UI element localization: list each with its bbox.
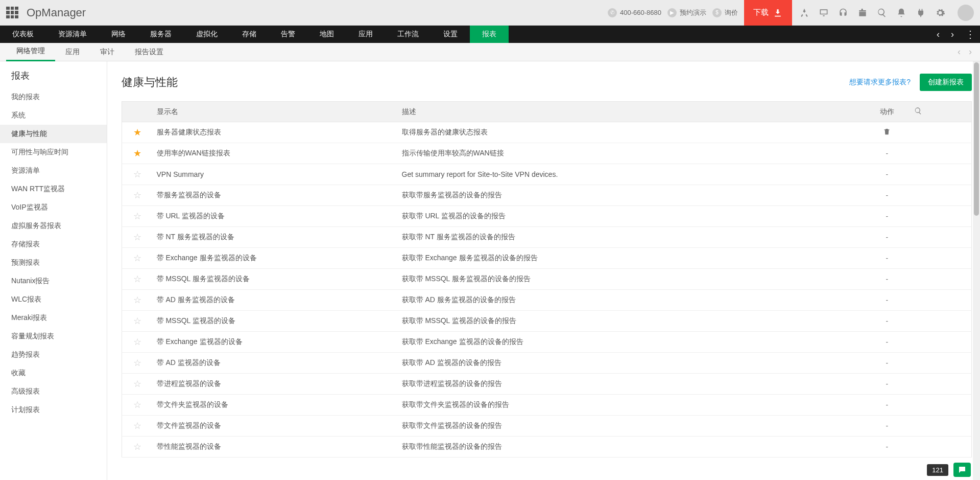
sidebar-item[interactable]: 收藏 xyxy=(0,364,107,382)
main-nav-item[interactable]: 资源清单 xyxy=(46,26,99,43)
sub-nav-item[interactable]: 审计 xyxy=(90,43,125,61)
favorite-star-icon[interactable]: ☆ xyxy=(133,169,141,179)
main-nav-item[interactable]: 地图 xyxy=(307,26,346,43)
sidebar-item[interactable]: Nutanix报告 xyxy=(0,272,107,290)
create-report-button[interactable]: 创建新报表 xyxy=(920,74,972,91)
search-icon[interactable] xyxy=(877,8,887,18)
main-nav-item[interactable]: 设置 xyxy=(431,26,470,43)
favorite-star-icon[interactable]: ☆ xyxy=(133,295,141,305)
report-name[interactable]: 带 NT 服务监视器的设备 xyxy=(153,227,398,248)
plug-icon[interactable] xyxy=(916,8,926,18)
rocket-icon[interactable] xyxy=(799,8,809,18)
report-name[interactable]: 带 URL 监视器的设备 xyxy=(153,206,398,227)
gift-icon[interactable] xyxy=(857,8,868,18)
chat-button[interactable] xyxy=(953,463,971,477)
sidebar-item[interactable]: 资源清单 xyxy=(0,162,107,180)
col-name[interactable]: 显示名 xyxy=(153,102,398,122)
report-name[interactable]: VPN Summary xyxy=(153,164,398,185)
report-name[interactable]: 带 MSSQL 服务监视器的设备 xyxy=(153,269,398,290)
main-nav: 仪表板资源清单网络服务器虚拟化存储告警地图应用工作流设置报表 ‹ › ⋮ xyxy=(0,26,980,43)
favorite-star-icon[interactable]: ★ xyxy=(133,127,141,138)
sidebar-item[interactable]: VoIP监视器 xyxy=(0,198,107,217)
table-row: ☆VPN SummaryGet summary report for Site-… xyxy=(122,164,972,185)
favorite-star-icon[interactable]: ☆ xyxy=(133,358,141,368)
main-nav-item[interactable]: 告警 xyxy=(269,26,307,43)
favorite-star-icon[interactable]: ☆ xyxy=(133,400,141,410)
report-name[interactable]: 带 AD 监视器的设备 xyxy=(153,353,398,374)
main-nav-item[interactable]: 报表 xyxy=(470,26,509,43)
report-name[interactable]: 服务器健康状态报表 xyxy=(153,122,398,143)
sidebar-item[interactable]: 虚拟服务器报表 xyxy=(0,217,107,235)
report-name[interactable]: 带服务监视器的设备 xyxy=(153,185,398,206)
main-nav-item[interactable]: 仪表板 xyxy=(0,26,46,43)
favorite-star-icon[interactable]: ☆ xyxy=(133,442,141,452)
demo-link[interactable]: ▶ 预约演示 xyxy=(667,8,706,17)
contact-phone[interactable]: ✆ 400-660-8680 xyxy=(608,8,661,17)
count-badge[interactable]: 121 xyxy=(927,464,948,476)
sidebar-item[interactable]: 存储报表 xyxy=(0,235,107,254)
report-name[interactable]: 带 Exchange 服务监视器的设备 xyxy=(153,248,398,269)
favorite-star-icon[interactable]: ★ xyxy=(133,148,141,158)
favorite-star-icon[interactable]: ☆ xyxy=(133,379,141,389)
sidebar-item[interactable]: 趋势报表 xyxy=(0,346,107,364)
main-nav-item[interactable]: 服务器 xyxy=(138,26,184,43)
col-desc[interactable]: 描述 xyxy=(398,102,864,122)
subnav-prev-icon[interactable]: ‹ xyxy=(953,47,965,57)
logo[interactable]: OpManager xyxy=(27,6,86,19)
favorite-star-icon[interactable]: ☆ xyxy=(133,190,141,200)
apps-grid-icon[interactable] xyxy=(6,7,18,19)
col-action[interactable]: 动作 xyxy=(864,102,910,122)
report-name[interactable]: 带性能监视器的设备 xyxy=(153,437,398,458)
sidebar-item[interactable]: 可用性与响应时间 xyxy=(0,143,107,162)
sidebar-item[interactable]: 健康与性能 xyxy=(0,125,107,143)
sub-nav-item[interactable]: 网络管理 xyxy=(6,43,55,61)
bell-icon[interactable] xyxy=(896,8,906,18)
report-action[interactable] xyxy=(864,122,910,143)
main-nav-item[interactable]: 工作流 xyxy=(385,26,431,43)
main-nav-item[interactable]: 虚拟化 xyxy=(184,26,230,43)
favorite-star-icon[interactable]: ☆ xyxy=(133,232,141,242)
download-button[interactable]: 下载 xyxy=(744,0,792,26)
sidebar-item[interactable]: WAN RTT监视器 xyxy=(0,180,107,198)
report-name[interactable]: 带文件监视器的设备 xyxy=(153,416,398,437)
sub-nav-item[interactable]: 报告设置 xyxy=(125,43,174,61)
sidebar-item[interactable]: 计划报表 xyxy=(0,401,107,419)
report-name[interactable]: 带 AD 服务监视器的设备 xyxy=(153,290,398,311)
favorite-star-icon[interactable]: ☆ xyxy=(133,337,141,347)
main-nav-item[interactable]: 网络 xyxy=(99,26,138,43)
main-nav-item[interactable]: 应用 xyxy=(346,26,385,43)
favorite-star-icon[interactable]: ☆ xyxy=(133,211,141,221)
report-name[interactable]: 带 MSSQL 监视器的设备 xyxy=(153,311,398,332)
nav-next-icon[interactable]: › xyxy=(945,26,960,43)
sub-nav-item[interactable]: 应用 xyxy=(55,43,90,61)
sidebar-item[interactable]: 高级报表 xyxy=(0,382,107,401)
gear-icon[interactable] xyxy=(935,8,945,18)
nav-more-icon[interactable]: ⋮ xyxy=(960,26,980,43)
favorite-star-icon[interactable]: ☆ xyxy=(133,316,141,326)
sidebar-item[interactable]: 容量规划报表 xyxy=(0,327,107,346)
report-name[interactable]: 带进程监视器的设备 xyxy=(153,374,398,395)
sidebar-item[interactable]: Meraki报表 xyxy=(0,309,107,327)
favorite-star-icon[interactable]: ☆ xyxy=(133,274,141,284)
nav-prev-icon[interactable]: ‹ xyxy=(931,26,945,43)
scrollbar-thumb[interactable] xyxy=(974,62,979,216)
report-name[interactable]: 带文件夹监视器的设备 xyxy=(153,395,398,416)
user-avatar[interactable] xyxy=(958,5,974,21)
scrollbar[interactable] xyxy=(973,61,980,480)
headset-icon[interactable] xyxy=(838,8,848,18)
sidebar-item[interactable]: 系统 xyxy=(0,106,107,125)
request-more-link[interactable]: 想要请求更多报表? xyxy=(849,78,911,87)
favorite-star-icon[interactable]: ☆ xyxy=(133,421,141,431)
inquiry-link[interactable]: $ 询价 xyxy=(712,8,738,17)
table-row: ☆带 AD 服务监视器的设备获取带 AD 服务监视器的设备的报告- xyxy=(122,290,972,311)
report-name[interactable]: 带 Exchange 监视器的设备 xyxy=(153,332,398,353)
favorite-star-icon[interactable]: ☆ xyxy=(133,253,141,263)
sidebar-item[interactable]: 我的报表 xyxy=(0,88,107,106)
monitor-icon[interactable] xyxy=(819,8,829,18)
main-nav-item[interactable]: 存储 xyxy=(230,26,269,43)
sidebar-item[interactable]: WLC报表 xyxy=(0,290,107,309)
sidebar-item[interactable]: 预测报表 xyxy=(0,254,107,272)
report-name[interactable]: 使用率的WAN链接报表 xyxy=(153,143,398,164)
subnav-next-icon[interactable]: › xyxy=(965,47,976,57)
table-search[interactable] xyxy=(910,102,972,122)
